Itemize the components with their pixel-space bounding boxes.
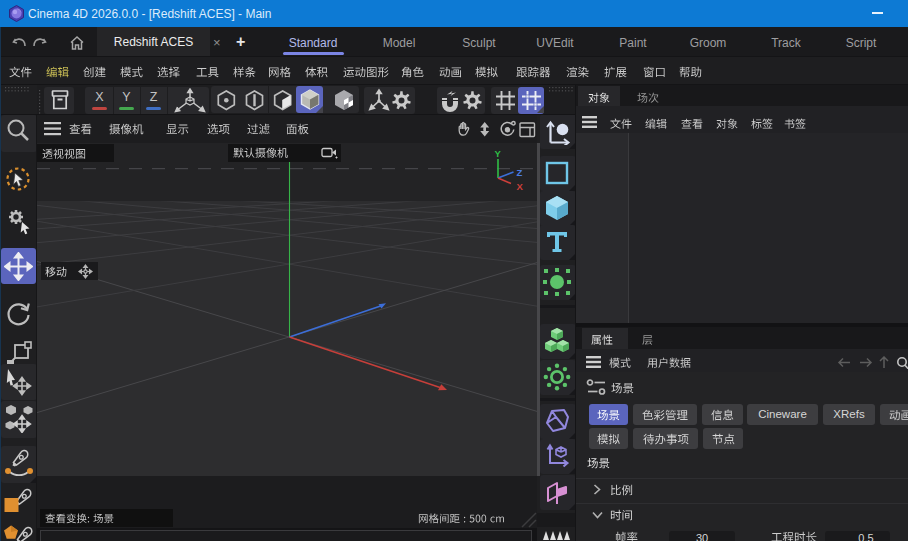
svg-text:Y: Y (495, 148, 502, 159)
svg-text:X: X (517, 181, 524, 192)
svg-text:Z: Z (517, 167, 523, 178)
